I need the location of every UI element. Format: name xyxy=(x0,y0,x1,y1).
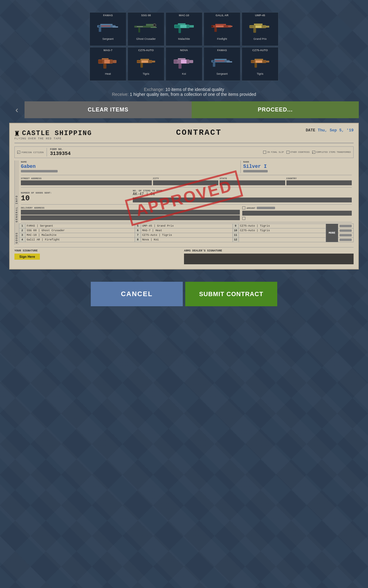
dealer-signature-section: ARMS DEALER'S SIGNATURE xyxy=(184,249,354,264)
svg-rect-8 xyxy=(138,28,140,32)
item-ump45-grandprix[interactable]: UMP-45 Grand Prix xyxy=(242,12,278,46)
contract-body: GENERAL INFO NAME Gaben RANK Silver I xyxy=(14,160,354,224)
weapon-image xyxy=(246,52,274,72)
weapon-image xyxy=(132,52,160,72)
item-name-6: MAG-7 | Heat xyxy=(141,228,232,233)
table-row: 1 FAMAS | Sergeant 5 UMP-45 | Grand Prix… xyxy=(19,224,354,228)
weapon-image xyxy=(170,17,198,37)
checkbox-4 xyxy=(312,151,315,154)
item-num-6: 6 xyxy=(135,228,141,233)
checkbox-2 xyxy=(263,151,266,154)
exchange-info: Exchange: 10 items of the identical qual… xyxy=(6,87,362,97)
item-cz75-tigris-1[interactable]: CZ75-Auto Tigris xyxy=(128,47,164,81)
extra-col-2 xyxy=(338,228,354,233)
action-row: ‹ CLEAR ITEMS PROCEED... xyxy=(6,101,362,118)
proceed-button[interactable]: PROCEED... xyxy=(192,101,359,118)
contract-title: CONTRACT xyxy=(92,128,306,137)
svg-rect-18 xyxy=(180,25,186,28)
svg-rect-50 xyxy=(214,59,227,60)
weapon-image xyxy=(208,17,236,37)
item-num-8: 8 xyxy=(135,238,141,242)
item-num-5: 5 xyxy=(135,224,141,228)
state-field: STATE xyxy=(220,177,285,185)
svg-rect-51 xyxy=(213,62,215,67)
svg-rect-12 xyxy=(137,26,143,27)
item-famas-sergeant-2[interactable]: FAMAS Sergeant xyxy=(204,47,240,81)
svg-rect-3 xyxy=(113,26,118,28)
item-name-4: Galil AR | Firefight xyxy=(25,238,135,242)
svg-rect-22 xyxy=(228,26,232,27)
svg-rect-40 xyxy=(152,61,155,62)
table-row: 2 SSG 08 | Ghost Crusader 6 MAG-7 | Heat… xyxy=(19,228,354,233)
general-info-label: GENERAL INFO xyxy=(14,160,19,224)
item-name-10: CZ75-Auto | Tigris xyxy=(239,228,326,233)
checkbox-3 xyxy=(286,151,289,154)
item-famas-sergeant[interactable]: FAMAS Sergeant xyxy=(90,12,126,46)
svg-rect-35 xyxy=(98,60,102,63)
goods-side-label: GOODS xyxy=(14,224,19,245)
item-num-2: 2 xyxy=(19,228,25,233)
cancel-button[interactable]: CANCEL xyxy=(91,282,183,306)
sign-here-button[interactable]: Sign Here xyxy=(14,254,40,260)
company-logo: ♜ CASTLE SHIPPING xyxy=(14,128,92,138)
svg-rect-4 xyxy=(101,26,110,26)
item-name-1: FAMAS | Sergeant xyxy=(25,224,135,228)
svg-rect-59 xyxy=(255,60,262,63)
svg-rect-38 xyxy=(140,59,149,60)
svg-rect-46 xyxy=(190,60,193,63)
item-num-12: 12 xyxy=(232,238,239,242)
svg-rect-9 xyxy=(151,27,157,28)
name-section: NAME Gaben xyxy=(21,160,241,173)
goods-table: 1 FAMAS | Sergeant 5 UMP-45 | Grand Prix… xyxy=(19,224,354,242)
delivery-amount-row: DELIVERY ADDRESS AMOUNT xyxy=(21,206,352,222)
svg-rect-58 xyxy=(266,61,269,62)
item-num-10: 10 xyxy=(232,228,239,233)
back-button[interactable]: ‹ xyxy=(9,101,25,118)
item-galilar-firefight[interactable]: Galil AR Firefight xyxy=(204,12,240,46)
svg-point-54 xyxy=(213,60,214,62)
city-field: CITY xyxy=(153,177,218,185)
weapon-image xyxy=(94,17,122,37)
svg-rect-23 xyxy=(216,25,224,27)
contract-header: ♜ CASTLE SHIPPING FLYING OVER THE RED TA… xyxy=(14,128,354,143)
svg-rect-36 xyxy=(104,60,110,63)
more-cell: MORE xyxy=(326,224,338,242)
rank-value: Silver I xyxy=(243,164,352,169)
item-name-5: UMP-45 | Grand Prix xyxy=(141,224,232,228)
item-num-7: 7 xyxy=(135,233,141,238)
contract-content: NAME Gaben RANK Silver I STREET ADDRESS xyxy=(19,160,354,224)
item-nova-koi[interactable]: Nova Koi xyxy=(166,47,202,81)
delivery-field: DELIVERY ADDRESS xyxy=(21,206,240,220)
item-mag7-heat[interactable]: MAG-7 Heat xyxy=(90,47,126,81)
item-name-3: MAC-10 | Malachite xyxy=(25,233,135,238)
weapon-image xyxy=(246,17,274,37)
clear-items-button[interactable]: CLEAR ITEMS xyxy=(25,101,192,118)
item-num-1: 1 xyxy=(19,224,25,228)
svg-rect-15 xyxy=(178,28,181,33)
item-ssg08-ghostcrusader[interactable]: SSG 08 Ghost Crusader xyxy=(128,12,164,46)
svg-rect-57 xyxy=(255,63,257,68)
weapon-image xyxy=(208,52,236,72)
svg-point-11 xyxy=(154,24,155,26)
item-name-8: Nova | Koi xyxy=(141,238,232,242)
item-num-3: 3 xyxy=(19,233,25,238)
submit-contract-button[interactable]: SUBMIT CONTRACT xyxy=(185,282,277,306)
svg-rect-28 xyxy=(266,26,269,28)
items-row-2: MAG-7 Heat CZ75-Auto xyxy=(90,47,278,81)
street-field: STREET ADDRESS xyxy=(21,177,152,185)
svg-rect-33 xyxy=(103,64,106,69)
svg-rect-20 xyxy=(215,24,226,25)
svg-rect-53 xyxy=(215,61,224,61)
country-field: COUNTRY xyxy=(286,177,352,185)
amount-checkbox-2 xyxy=(242,217,245,220)
item-cz75-tigris-2[interactable]: CZ75-Auto Tigris xyxy=(242,47,278,81)
items-grid: FAMAS Sergeant SSG 08 xyxy=(6,12,362,81)
item-mac10-malachite[interactable]: MAC-10 Malachite xyxy=(166,12,202,46)
goods-section: GOODS 1 FAMAS | Sergeant 5 UMP-45 | Gran… xyxy=(14,224,354,245)
goods-to-good-value: AK-47 | Ca xyxy=(133,192,352,196)
your-signature-section: YOUR SIGNATURE Sign Here xyxy=(14,249,184,264)
item-name-2: SSG 08 | Ghost Crusader xyxy=(25,228,135,233)
svg-rect-41 xyxy=(141,60,148,63)
svg-rect-29 xyxy=(255,25,262,28)
svg-rect-48 xyxy=(181,60,186,63)
